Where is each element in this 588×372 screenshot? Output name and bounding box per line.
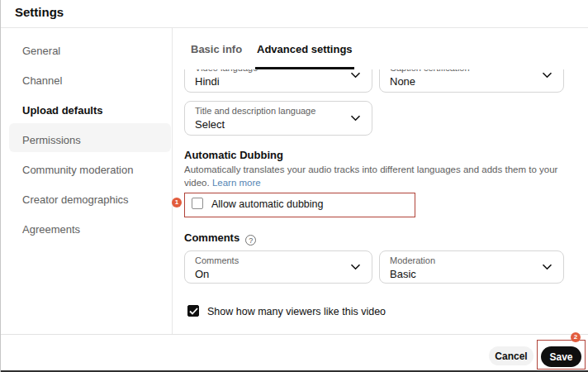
- help-icon[interactable]: ?: [245, 235, 256, 246]
- comments-heading-text: Comments: [184, 231, 239, 244]
- sidebar-item-general[interactable]: General: [1, 36, 172, 66]
- sidebar-item-upload-defaults[interactable]: Upload defaults: [1, 96, 172, 126]
- chevron-down-icon: [542, 264, 552, 270]
- learn-more-link[interactable]: Learn more: [212, 178, 261, 188]
- settings-dialog: Settings General Channel Upload defaults…: [0, 0, 588, 372]
- title-description-language-label: Title and description language: [195, 106, 362, 117]
- checkmark-icon: [189, 308, 198, 315]
- scrolled-content: Video language Hindi Caption certificati…: [184, 69, 588, 334]
- save-button[interactable]: Save: [541, 346, 581, 367]
- cancel-button[interactable]: Cancel: [489, 346, 533, 365]
- title-description-language-value: Select: [195, 117, 362, 132]
- chevron-down-icon: [542, 72, 552, 79]
- caption-certification-value: None: [390, 74, 553, 89]
- comments-dropdown-value: On: [195, 266, 362, 282]
- sidebar-item-creator-demographics[interactable]: Creator demographics: [1, 185, 172, 215]
- annotation-badge-1: 1: [172, 198, 182, 207]
- sidebar-item-channel[interactable]: Channel: [1, 66, 172, 96]
- comments-dropdown[interactable]: Comments On: [184, 250, 372, 284]
- settings-sidebar: General Channel Upload defaults Permissi…: [1, 28, 173, 334]
- comments-heading: Comments?: [184, 231, 256, 246]
- tab-advanced-settings[interactable]: Advanced settings: [255, 43, 354, 69]
- automatic-dubbing-heading: Automatic Dubbing: [184, 149, 283, 161]
- comments-dropdown-label: Comments: [195, 255, 362, 266]
- sidebar-item-community-moderation[interactable]: Community moderation: [1, 155, 172, 185]
- video-language-dropdown[interactable]: Video language Hindi: [184, 69, 372, 93]
- footer-divider: [1, 334, 588, 335]
- video-language-value: Hindi: [195, 74, 362, 89]
- automatic-dubbing-description: Automatically translates your audio trac…: [184, 163, 562, 189]
- chevron-down-icon: [350, 264, 361, 270]
- allow-automatic-dubbing-checkbox[interactable]: [192, 198, 203, 209]
- page-title: Settings: [15, 5, 64, 19]
- chevron-down-icon: [350, 72, 361, 79]
- sidebar-item-agreements[interactable]: Agreements: [1, 215, 172, 245]
- show-likes-checkbox[interactable]: [187, 305, 199, 317]
- caption-certification-dropdown[interactable]: Caption certification None: [379, 69, 564, 93]
- chevron-down-icon: [350, 115, 361, 122]
- upload-defaults-panel: Basic info Advanced settings Video langu…: [184, 28, 588, 334]
- moderation-dropdown-label: Moderation: [390, 255, 553, 266]
- title-description-language-dropdown[interactable]: Title and description language Select: [184, 101, 372, 136]
- scroll-viewport[interactable]: Video language Hindi Caption certificati…: [184, 69, 588, 334]
- tab-bar: Basic info Advanced settings: [184, 28, 588, 69]
- sidebar-item-permissions[interactable]: Permissions: [1, 126, 172, 155]
- allow-automatic-dubbing-label: Allow automatic dubbing: [211, 198, 324, 210]
- show-likes-label: Show how many viewers like this video: [207, 306, 386, 317]
- annotation-badge-2: 2: [571, 332, 581, 342]
- moderation-dropdown[interactable]: Moderation Basic: [379, 250, 564, 284]
- tab-basic-info[interactable]: Basic info: [191, 43, 242, 69]
- moderation-dropdown-value: Basic: [390, 266, 553, 282]
